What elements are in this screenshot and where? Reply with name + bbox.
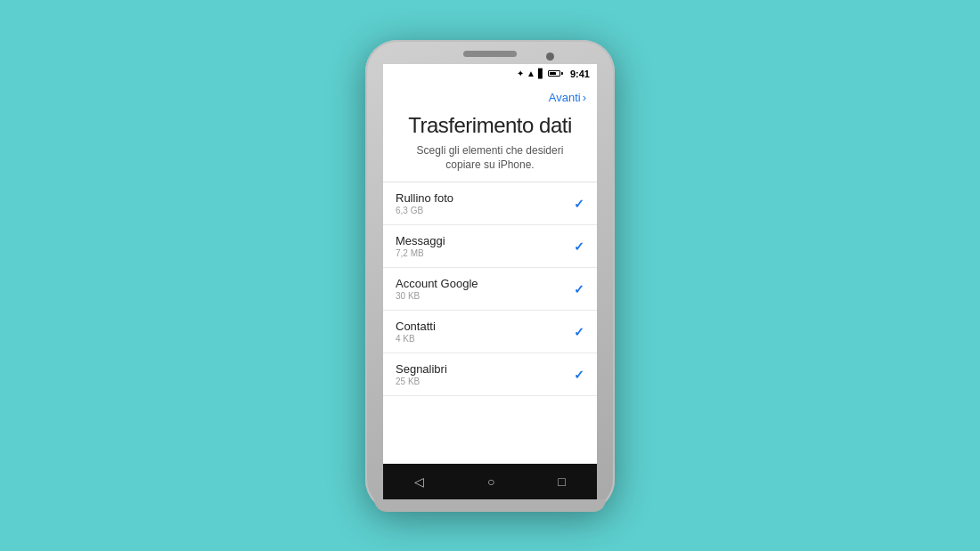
list-item[interactable]: Rullino foto 6,3 GB ✓ [383, 182, 597, 225]
bottom-nav: ◁ ○ □ [383, 464, 597, 499]
list-item-name: Rullino foto [396, 191, 453, 205]
wifi-icon: ▲ [527, 69, 535, 78]
status-time: 9:41 [570, 69, 590, 79]
list-item-name: Segnalibri [396, 362, 447, 376]
phone-screen: ✦ ▲ ▋ 9:41 Avanti › [383, 64, 597, 499]
list-item-size: 30 KB [396, 291, 478, 301]
status-icons: ✦ ▲ ▋ [517, 69, 563, 78]
list-item-text: Rullino foto 6,3 GB [396, 191, 453, 215]
phone-camera [546, 53, 554, 61]
list-item-text: Account Google 30 KB [396, 277, 478, 301]
list-item[interactable]: Messaggi 7,2 MB ✓ [383, 225, 597, 268]
phone-speaker [463, 51, 517, 57]
list-section: Rullino foto 6,3 GB ✓ Messaggi 7,2 MB ✓ … [383, 182, 597, 463]
top-bar: Avanti › [383, 84, 597, 108]
phone-frame: ✦ ▲ ▋ 9:41 Avanti › [365, 40, 615, 512]
home-nav-icon[interactable]: ○ [487, 474, 494, 489]
list-item-size: 4 KB [396, 334, 436, 344]
check-icon: ✓ [574, 239, 584, 254]
list-item-size: 6,3 GB [396, 206, 453, 215]
battery-icon [548, 70, 563, 77]
recents-nav-icon[interactable]: □ [558, 474, 565, 489]
list-item-name: Messaggi [396, 234, 445, 247]
list-item-text: Contatti 4 KB [396, 320, 436, 344]
list-item-name: Contatti [396, 320, 436, 333]
avanti-chevron: › [583, 91, 586, 104]
main-title: Trasferimento dati [401, 113, 579, 138]
list-item-name: Account Google [396, 277, 478, 290]
bluetooth-icon: ✦ [517, 69, 524, 78]
phone-bottom-bar [374, 499, 606, 512]
avanti-label: Avanti [549, 91, 581, 104]
list-item[interactable]: Contatti 4 KB ✓ [383, 311, 597, 353]
screen-content: Avanti › Trasferimento dati Scegli gli e… [383, 84, 597, 464]
list-item-size: 7,2 MB [396, 248, 445, 258]
list-item-text: Messaggi 7,2 MB [396, 234, 445, 258]
title-section: Trasferimento dati Scegli gli elementi c… [383, 108, 597, 182]
subtitle: Scegli gli elementi che desideri copiare… [401, 143, 579, 174]
list-item-size: 25 KB [396, 377, 447, 386]
check-icon: ✓ [574, 325, 584, 339]
list-item[interactable]: Account Google 30 KB ✓ [383, 268, 597, 311]
back-nav-icon[interactable]: ◁ [414, 474, 424, 489]
list-item-text: Segnalibri 25 KB [396, 362, 447, 386]
check-icon: ✓ [574, 282, 584, 296]
status-bar: ✦ ▲ ▋ 9:41 [383, 64, 597, 84]
check-icon: ✓ [574, 197, 584, 211]
avanti-button[interactable]: Avanti › [549, 91, 586, 104]
signal-icon: ▋ [538, 69, 545, 78]
list-item[interactable]: Segnalibri 25 KB ✓ [383, 353, 597, 396]
check-icon: ✓ [574, 368, 584, 382]
